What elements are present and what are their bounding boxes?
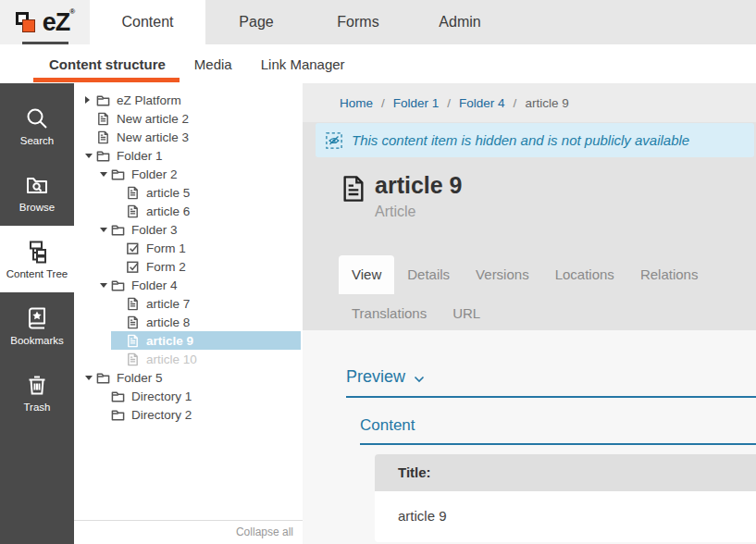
collapse-toggle-icon[interactable]	[100, 228, 111, 232]
tree-item-form-2[interactable]: Form 2	[111, 257, 301, 276]
subbar-tab-content-structure[interactable]: Content structure	[49, 56, 166, 72]
tree-item-ez-platform[interactable]: eZ Platform	[81, 91, 301, 109]
article-icon	[126, 352, 140, 366]
tree-item-label: eZ Platform	[117, 93, 181, 107]
article-icon	[342, 175, 365, 203]
tree-item-label: Folder 5	[117, 371, 163, 385]
folder-icon	[96, 149, 110, 163]
tree-item-new-article-2[interactable]: New article 2	[81, 109, 301, 128]
tree-item-folder-1[interactable]: Folder 1	[81, 146, 301, 165]
tree-item-article-10[interactable]: article 10	[111, 350, 301, 368]
tab-view[interactable]: View	[339, 255, 394, 294]
tree-item-form-1[interactable]: Form 1	[111, 239, 301, 257]
preview-section-header[interactable]: Preview	[346, 365, 756, 398]
tree-item-label: article 10	[146, 352, 197, 366]
content-tree-panel: eZ PlatformNew article 2New article 3Fol…	[74, 83, 303, 544]
topbar-tab-forms[interactable]: Forms	[307, 0, 409, 44]
tree-item-label: article 5	[146, 186, 190, 200]
breadcrumb-item-folder-4[interactable]: Folder 4	[459, 96, 505, 110]
ez-logo-icon	[16, 10, 38, 34]
content-type-label: Article	[375, 204, 463, 220]
tree-item-folder-3[interactable]: Folder 3	[96, 220, 301, 239]
breadcrumb-separator: /	[514, 96, 517, 110]
tree-item-article-8[interactable]: article 8	[111, 313, 301, 331]
article-icon	[126, 186, 140, 200]
topbar-tab-content[interactable]: Content	[90, 0, 205, 44]
article-icon	[126, 297, 140, 311]
tree-item-label: New article 2	[117, 112, 189, 126]
sidebar-item-label: Content Tree	[6, 268, 68, 279]
tree-item-new-article-3[interactable]: New article 3	[81, 128, 301, 146]
sidebar-item-search[interactable]: Search	[0, 93, 74, 159]
field-table: Title:article 9	[375, 454, 756, 542]
folder-icon	[111, 223, 125, 237]
tree-item-label: Folder 3	[131, 223, 178, 237]
left-sidebar: SearchBrowseContent TreeBookmarksTrash	[0, 83, 74, 544]
breadcrumb-item-home[interactable]: Home	[340, 96, 373, 110]
breadcrumb-item-article-9: article 9	[525, 96, 568, 110]
folder-icon	[111, 278, 125, 292]
ez-logo-text: eZ®	[43, 10, 74, 35]
preview-section-label: Preview	[346, 367, 405, 387]
topbar-tab-admin[interactable]: Admin	[409, 0, 511, 44]
top-bar: eZ® ContentPageFormsAdmin	[0, 0, 756, 44]
tree-item-folder-2[interactable]: Folder 2	[96, 165, 301, 183]
field-value: article 9	[375, 491, 756, 542]
collapse-all-button[interactable]: Collapse all	[74, 520, 303, 544]
collapse-toggle-icon[interactable]	[100, 283, 111, 288]
folder-icon	[96, 371, 110, 385]
collapse-toggle-icon[interactable]	[100, 172, 111, 177]
collapse-toggle-icon[interactable]	[85, 376, 96, 380]
sidebar-item-label: Trash	[24, 402, 51, 413]
collapse-toggle-icon[interactable]	[85, 154, 96, 158]
tree-item-article-5[interactable]: article 5	[111, 183, 301, 202]
hidden-eye-icon	[326, 132, 342, 149]
tab-translations[interactable]: Translations	[339, 294, 440, 333]
expand-toggle-icon[interactable]	[85, 96, 96, 104]
page-title: article 9	[375, 173, 463, 199]
breadcrumb: Home/Folder 1/Folder 4/article 9	[303, 83, 756, 122]
tree-item-folder-5[interactable]: Folder 5	[81, 368, 301, 387]
search-icon	[25, 106, 49, 130]
hidden-content-notice: This content item is hidden and is not p…	[316, 123, 754, 157]
tree-item-label: Form 2	[146, 260, 186, 274]
content-tree: eZ PlatformNew article 2New article 3Fol…	[74, 83, 303, 424]
sidebar-item-label: Browse	[19, 202, 55, 213]
breadcrumb-item-folder-1[interactable]: Folder 1	[393, 96, 440, 110]
tree-item-directory-2[interactable]: Directory 2	[96, 405, 301, 424]
sidebar-item-content-tree[interactable]: Content Tree	[0, 226, 74, 292]
active-subtab-underline	[33, 78, 180, 82]
content-tabs: ViewDetailsVersionsLocationsRelationsTra…	[303, 255, 756, 333]
sidebar-item-trash[interactable]: Trash	[0, 359, 74, 426]
ez-logo[interactable]: eZ®	[0, 0, 90, 44]
content-section-header: Content	[360, 416, 756, 445]
topbar-tab-page[interactable]: Page	[205, 0, 307, 44]
tree-item-article-6[interactable]: article 6	[111, 202, 301, 220]
tree-item-article-7[interactable]: article 7	[111, 294, 301, 313]
view-tab-content: Preview Content Title:article 9	[303, 330, 756, 544]
tree-item-article-9[interactable]: article 9	[111, 331, 301, 350]
subbar-tab-link-manager[interactable]: Link Manager	[261, 56, 345, 72]
tree-item-label: Directory 2	[131, 408, 192, 422]
tab-url[interactable]: URL	[440, 294, 493, 333]
tree-item-folder-4[interactable]: Folder 4	[96, 276, 301, 294]
sidebar-item-bookmarks[interactable]: Bookmarks	[0, 292, 74, 359]
sidebar-item-browse[interactable]: Browse	[0, 159, 74, 226]
subbar-tabs: Content structureMediaLink Manager	[49, 56, 374, 72]
article-icon	[96, 112, 110, 126]
field-label: Title:	[375, 454, 756, 491]
tree-item-directory-1[interactable]: Directory 1	[96, 387, 301, 405]
tab-versions[interactable]: Versions	[463, 255, 542, 294]
tree-item-label: Form 1	[146, 241, 186, 255]
tree-item-label: Folder 4	[131, 278, 178, 292]
content-tree-icon	[25, 240, 49, 264]
tree-item-label: article 9	[146, 334, 193, 348]
trash-icon	[25, 373, 49, 397]
article-icon	[126, 334, 140, 348]
tab-locations[interactable]: Locations	[542, 255, 627, 294]
hidden-content-notice-text: This content item is hidden and is not p…	[352, 132, 689, 148]
tab-details[interactable]: Details	[394, 255, 463, 294]
subbar-tab-media[interactable]: Media	[194, 56, 232, 72]
tab-relations[interactable]: Relations	[627, 255, 712, 294]
topbar-tabs: ContentPageFormsAdmin	[90, 0, 511, 44]
